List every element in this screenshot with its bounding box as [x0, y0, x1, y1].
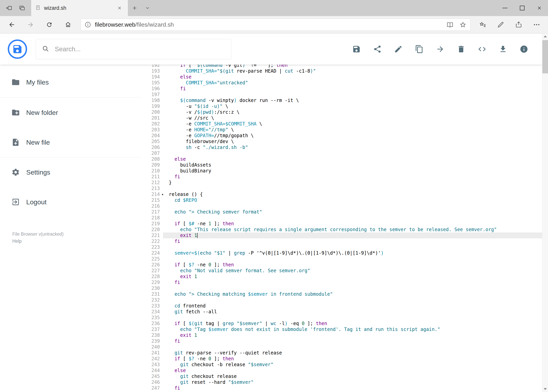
save-button[interactable]	[352, 45, 361, 53]
code-line[interactable]: 247 fi	[141, 385, 542, 391]
code-line[interactable]: 207	[141, 150, 542, 156]
window-maximize-button[interactable]	[513, 0, 531, 16]
code-line[interactable]: 236 if [ $(git tag | grep "$semver" | wc…	[141, 321, 542, 326]
code-line[interactable]: 218	[141, 215, 542, 221]
code-line[interactable]: 237 echo "Tag $semver does not exist in …	[141, 326, 542, 332]
code-line[interactable]: 220 echo "This release script requires a…	[141, 227, 542, 232]
tab-preview-icon[interactable]	[16, 3, 28, 14]
sidebar-item-new-file[interactable]: New file	[0, 135, 141, 150]
tabs-aside-icon[interactable]	[4, 3, 14, 14]
code-line[interactable]: 195 COMMIT_SHA="untracked"	[141, 80, 542, 86]
code-line[interactable]: 193 COMMIT_SHA="$(git rev-parse HEAD | c…	[141, 68, 542, 74]
forward-button[interactable]	[21, 17, 40, 32]
code-line[interactable]: 230	[141, 285, 542, 291]
refresh-button[interactable]	[40, 17, 59, 32]
code-line[interactable]: 215 cd $REPO	[141, 197, 542, 203]
code-line[interactable]: 192 if [ "$(command -v git)" != "" ]; th…	[141, 65, 542, 68]
delete-button[interactable]	[457, 45, 465, 53]
code-line[interactable]: 232	[141, 297, 542, 303]
code-line[interactable]: 225	[141, 256, 542, 262]
code-line[interactable]: 199 -u "$(id -u)" \	[141, 103, 542, 109]
code-line[interactable]: 221 exit 1	[141, 232, 542, 238]
url-text[interactable]: filebrowser.web/files/wizard.sh	[95, 21, 174, 28]
code-line[interactable]: 244 else	[141, 368, 542, 373]
move-button[interactable]	[436, 45, 444, 53]
code-line[interactable]: 216	[141, 203, 542, 209]
scrollbar-thumb[interactable]	[542, 40, 548, 73]
sidebar-item-settings[interactable]: Settings	[0, 165, 141, 180]
code-line[interactable]: 234 git fetch --all	[141, 309, 542, 315]
code-line[interactable]: 194 else	[141, 74, 542, 80]
address-bar[interactable]: filebrowser.web/files/wizard.sh	[81, 19, 471, 31]
code-line[interactable]: 202 -e COMMIT_SHA=$COMMIT_SHA \	[141, 121, 542, 127]
code-line[interactable]: 235	[141, 315, 542, 321]
code-line[interactable]: 233 cd frontend	[141, 303, 542, 309]
new-tab-button[interactable]	[128, 0, 141, 16]
code-line[interactable]: 206 sh -c "./wizard.sh -b"	[141, 144, 542, 150]
tab-list-chevron-icon[interactable]	[141, 0, 154, 16]
share-button[interactable]	[373, 45, 382, 53]
sidebar-item-my-files[interactable]: My files	[0, 75, 141, 90]
search-box[interactable]	[36, 39, 231, 59]
code-line[interactable]: 239 fi	[141, 338, 542, 344]
hub-favorites-icon[interactable]	[474, 17, 492, 32]
code-line[interactable]: 198 $(command -v winpty) docker run --rm…	[141, 98, 542, 103]
code-line[interactable]: 217 echo "> Checking semver format"	[141, 209, 542, 215]
window-close-button[interactable]	[531, 0, 548, 16]
more-options-icon[interactable]	[528, 17, 546, 32]
filebrowser-logo[interactable]	[8, 39, 27, 59]
tab-close-icon[interactable]	[115, 4, 124, 13]
code-line[interactable]: 197	[141, 91, 542, 98]
copy-button[interactable]	[415, 45, 423, 53]
code-line[interactable]: 196 fi	[141, 86, 542, 91]
rename-button[interactable]	[394, 45, 403, 53]
code-editor[interactable]: 192 if [ "$(command -v git)" != "" ]; th…	[141, 65, 542, 392]
code-line[interactable]: 241 git rev-parse --verify --quiet relea…	[141, 350, 542, 356]
code-line[interactable]: 214▾release () {	[141, 191, 542, 197]
code-line[interactable]: 212}	[141, 180, 542, 186]
reading-view-icon[interactable]	[446, 21, 454, 28]
code-line[interactable]: 238 exit 1	[141, 332, 542, 338]
code-line[interactable]: 222 fi	[141, 238, 542, 244]
home-button[interactable]	[59, 17, 77, 32]
download-button[interactable]	[499, 45, 507, 53]
code-line[interactable]: 203 -e HOME="//tmp" \	[141, 127, 542, 133]
back-button[interactable]	[2, 17, 21, 32]
code-line[interactable]: 213	[141, 186, 542, 191]
code-line[interactable]: 246 git reset --hard "$semver"	[141, 379, 542, 385]
favorite-star-icon[interactable]	[459, 21, 467, 28]
sidebar-item-logout[interactable]: Logout	[0, 195, 141, 210]
code-line[interactable]: 200 -v /$(pwd):/src:z \	[141, 109, 542, 115]
page-scrollbar[interactable]	[542, 34, 548, 392]
sidebar-item-new-folder[interactable]: New folder	[0, 105, 141, 120]
code-line[interactable]: 226 if [ $? -ne 0 ]; then	[141, 262, 542, 268]
code-line[interactable]: 231 echo "> Checking matching $semver in…	[141, 291, 542, 297]
code-line[interactable]: 245 git checkout release	[141, 373, 542, 379]
code-line[interactable]: 211 fi	[141, 174, 542, 180]
code-line[interactable]: 228 exit 1	[141, 273, 542, 280]
scrollbar-down-icon[interactable]	[542, 386, 548, 392]
code-line[interactable]: 201 -w //src \	[141, 115, 542, 121]
site-info-icon[interactable]	[84, 21, 91, 28]
code-line[interactable]: 205 filebrowser/dev \	[141, 139, 542, 144]
code-line[interactable]: 224 semver=$(echo "$1" | grep -P '^v(0|[…	[141, 250, 542, 256]
code-line[interactable]: 210 buildBinary	[141, 168, 542, 174]
share-page-icon[interactable]	[510, 17, 528, 32]
code-line[interactable]: 204 -e GOPATH=//tmp/gopath \	[141, 133, 542, 139]
code-line[interactable]: 209 buildAssets	[141, 162, 542, 168]
web-note-pen-icon[interactable]	[492, 17, 510, 32]
search-input[interactable]	[55, 45, 226, 53]
scrollbar-up-icon[interactable]	[542, 34, 548, 39]
code-line[interactable]: 240	[141, 344, 542, 350]
fold-marker-icon[interactable]: ▾	[161, 191, 165, 197]
code-line[interactable]: 219 if [ $# -ne 1 ]; then	[141, 221, 542, 227]
code-line[interactable]: 227 echo "Not valid semver format. See s…	[141, 268, 542, 273]
code-line[interactable]: 242 if [ $? -ne 0 ]; then	[141, 356, 542, 362]
window-minimize-button[interactable]	[496, 0, 513, 16]
code-line[interactable]: 229 fi	[141, 280, 542, 285]
code-line[interactable]: 243 git checkout -b release "$semver"	[141, 362, 542, 368]
code-line[interactable]: 208 else	[141, 156, 542, 162]
browser-tab[interactable]: wizard.sh	[31, 0, 128, 16]
help-link[interactable]: Help	[12, 238, 64, 245]
code-line[interactable]: 223	[141, 244, 542, 250]
